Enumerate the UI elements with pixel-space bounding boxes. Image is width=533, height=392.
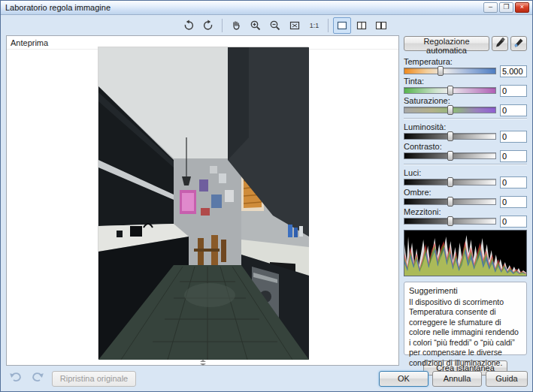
preview-side-by-side-button[interactable] xyxy=(372,17,390,34)
maximize-icon: ❐ xyxy=(503,3,509,11)
midtones-slider-track[interactable] xyxy=(404,218,496,225)
pan-button[interactable] xyxy=(227,17,245,34)
white-point-eyedropper-button[interactable] xyxy=(492,36,508,51)
minimize-icon: – xyxy=(489,3,492,11)
preview-full-icon xyxy=(336,20,348,32)
undo-icon xyxy=(9,371,23,386)
preview-split-icon xyxy=(356,20,368,32)
footer-bar: Ripristina originale OK Annulla Guida xyxy=(1,366,533,391)
rotate-right-icon xyxy=(202,20,214,32)
midtones-slider-thumb[interactable] xyxy=(447,216,453,226)
preview-before-after-button[interactable] xyxy=(353,17,371,34)
highlights-slider-thumb[interactable] xyxy=(447,177,453,187)
auto-adjust-row: Regolazione automatica xyxy=(404,36,527,51)
black-point-eyedropper-button[interactable] xyxy=(510,36,527,51)
toolbar-separator xyxy=(222,19,223,32)
preview-canvas[interactable] xyxy=(98,47,308,359)
temperature-slider-track[interactable] xyxy=(404,68,496,74)
titlebar: Laboratorio regola immagine – ❐ × xyxy=(1,1,532,15)
tips-box: Suggerimenti Il dispositivo di scorrimen… xyxy=(404,282,527,355)
zoom-fit-button[interactable] xyxy=(286,17,304,34)
shadows-slider-track[interactable] xyxy=(404,198,496,205)
eyedropper-icon xyxy=(495,38,505,50)
rotate-left-button[interactable] xyxy=(180,17,198,34)
shadows-value-input[interactable] xyxy=(500,196,527,208)
toolbar: 1:1 xyxy=(1,15,532,35)
midtones-slider-row: Mezzitoni: xyxy=(404,207,527,226)
undo-button[interactable] xyxy=(7,371,25,386)
histogram-plot xyxy=(404,231,526,276)
shadows-slider-thumb[interactable] xyxy=(447,197,453,207)
contrast-slider-track[interactable] xyxy=(404,152,496,159)
zoom-100-button[interactable]: 1:1 xyxy=(305,17,323,34)
close-button[interactable]: × xyxy=(515,2,529,13)
eyedropper-icon xyxy=(513,38,524,50)
rotate-left-icon xyxy=(183,20,195,32)
group-separator xyxy=(404,118,527,119)
rotate-right-button[interactable] xyxy=(199,17,217,34)
highlights-value-input[interactable] xyxy=(500,176,527,188)
brightness-slider-row: Luminosità: xyxy=(404,122,527,141)
zoom-out-icon xyxy=(269,20,281,32)
pan-hand-icon xyxy=(230,20,242,32)
image-adjust-lab-dialog: Laboratorio regola immagine – ❐ × 1:1 xyxy=(0,0,533,392)
kitchen-render-image xyxy=(98,47,309,360)
saturation-value-input[interactable] xyxy=(500,104,527,116)
window-title: Laboratorio regola immagine xyxy=(5,3,111,12)
zoom-fit-icon xyxy=(289,20,301,32)
preview-panel: Anteprima xyxy=(6,35,399,366)
highlights-slider-track[interactable] xyxy=(404,179,496,185)
zoom-in-button[interactable] xyxy=(247,17,265,34)
zoom-out-button[interactable] xyxy=(266,17,284,34)
preview-collapse-handle[interactable] xyxy=(195,360,211,366)
close-icon: × xyxy=(520,3,524,11)
tips-title: Suggerimenti xyxy=(409,286,522,295)
tint-slider-track[interactable] xyxy=(404,87,496,94)
redo-button[interactable] xyxy=(29,371,47,386)
zoom-in-icon xyxy=(250,20,262,32)
tips-text: Il dispositivo di scorrimento Temperatur… xyxy=(409,297,522,368)
adjustments-panel: Regolazione automatica Temperatura: xyxy=(404,35,527,366)
histogram-display xyxy=(404,230,527,276)
contrast-slider-thumb[interactable] xyxy=(447,151,453,161)
cancel-button[interactable]: Annulla xyxy=(432,371,482,387)
midtones-value-input[interactable] xyxy=(500,216,527,228)
temperature-slider-row: Temperatura: xyxy=(404,57,527,76)
ok-button[interactable]: OK xyxy=(379,371,429,387)
temperature-slider-thumb[interactable] xyxy=(438,66,444,76)
saturation-slider-thumb[interactable] xyxy=(447,105,453,115)
help-button[interactable]: Guida xyxy=(486,371,528,387)
contrast-value-input[interactable] xyxy=(500,150,527,162)
preview-full-button[interactable] xyxy=(333,17,351,34)
preview-dual-icon xyxy=(375,20,387,32)
minimize-button[interactable]: – xyxy=(483,2,498,13)
contrast-slider-row: Contrasto: xyxy=(404,142,527,161)
main-area: Anteprima xyxy=(1,35,532,366)
shadows-slider-row: Ombre: xyxy=(404,188,527,207)
tint-slider-thumb[interactable] xyxy=(447,86,453,95)
collapse-arrows-icon xyxy=(198,360,208,366)
temperature-value-input[interactable] xyxy=(500,65,527,77)
tint-slider-row: Tinta: xyxy=(404,77,527,95)
tint-value-input[interactable] xyxy=(500,85,527,97)
group-separator xyxy=(404,164,527,165)
zoom-100-icon: 1:1 xyxy=(310,22,319,29)
brightness-slider-thumb[interactable] xyxy=(447,131,453,141)
brightness-value-input[interactable] xyxy=(500,131,527,143)
brightness-slider-track[interactable] xyxy=(404,133,496,140)
highlights-slider-row: Luci: xyxy=(404,168,527,187)
maximize-button[interactable]: ❐ xyxy=(499,2,513,13)
saturation-slider-row: Saturazione: xyxy=(404,96,527,115)
reset-original-button[interactable]: Ripristina originale xyxy=(52,371,136,387)
auto-adjust-button[interactable]: Regolazione automatica xyxy=(404,36,489,51)
redo-icon xyxy=(31,371,44,386)
toolbar-separator xyxy=(328,19,329,32)
saturation-slider-track[interactable] xyxy=(404,107,496,113)
